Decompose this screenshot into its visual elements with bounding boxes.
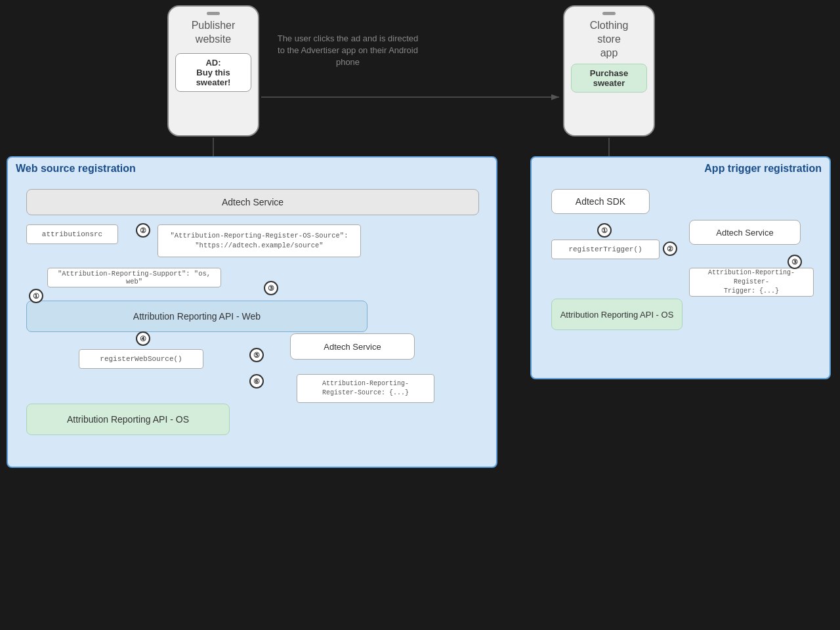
phone-notch-clothing bbox=[602, 12, 616, 15]
publisher-phone: Publisher website AD: Buy this sweater! bbox=[167, 5, 259, 136]
api-os-app: Attribution Reporting API - OS bbox=[551, 299, 682, 330]
app-trigger-box: App trigger registration Adtech SDK regi… bbox=[530, 156, 831, 379]
clothing-phone-title: Clothing store app bbox=[585, 19, 634, 60]
web-step-4: ④ bbox=[136, 331, 150, 346]
web-step-3: ③ bbox=[264, 281, 278, 295]
ad-text: Buy this sweater! bbox=[196, 68, 231, 87]
publisher-phone-title: Publisher website bbox=[186, 19, 241, 47]
register-trigger-code: registerTrigger() bbox=[551, 240, 660, 259]
app-step-1: ① bbox=[597, 223, 612, 238]
support-header-code: "Attribution-Reporting-Support": "os, we… bbox=[47, 268, 221, 287]
web-source-title: Web source registration bbox=[16, 163, 136, 175]
app-trigger-title: App trigger registration bbox=[704, 163, 822, 175]
register-source-header-code: Attribution-Reporting- Register-Source: … bbox=[297, 374, 434, 403]
clothing-phone: Clothing store app Purchase sweater bbox=[563, 5, 655, 136]
adtech-service-web-bottom: Adtech Service bbox=[290, 333, 415, 360]
attributionsrc-code: attributionsrc bbox=[26, 224, 118, 244]
web-step-6: ⑥ bbox=[249, 374, 264, 388]
purchase-button: Purchase sweater bbox=[571, 64, 647, 93]
web-step-2: ② bbox=[136, 223, 150, 238]
web-source-box: Web source registration Adtech Service a… bbox=[7, 156, 497, 468]
publisher-ad-content: AD: Buy this sweater! bbox=[175, 53, 251, 92]
ad-label: AD: bbox=[205, 58, 220, 68]
purchase-text: Purchase sweater bbox=[590, 68, 629, 88]
register-trigger-header-code: Attribution-Reporting-Register- Trigger:… bbox=[689, 268, 814, 297]
adtech-service-app: Adtech Service bbox=[689, 220, 801, 245]
register-web-source-code: registerWebSource() bbox=[79, 349, 203, 369]
api-web: Attribution Reporting API - Web bbox=[26, 301, 368, 332]
web-step-1: ① bbox=[29, 289, 43, 303]
adtech-service-web-top: Adtech Service bbox=[26, 189, 479, 215]
diagram-area: Publisher website AD: Buy this sweater! … bbox=[0, 0, 840, 630]
web-step-5: ⑤ bbox=[249, 348, 264, 362]
api-os-web: Attribution Reporting API - OS bbox=[26, 404, 230, 435]
app-step-2: ② bbox=[663, 242, 677, 256]
phone-notch-publisher bbox=[207, 12, 220, 15]
app-step-3: ③ bbox=[788, 255, 802, 269]
user-clicks-description: The user clicks the ad and is directed t… bbox=[276, 33, 420, 69]
adtech-sdk: Adtech SDK bbox=[551, 189, 650, 214]
header-response-code: "Attribution-Reporting-Register-OS-Sourc… bbox=[158, 224, 361, 257]
